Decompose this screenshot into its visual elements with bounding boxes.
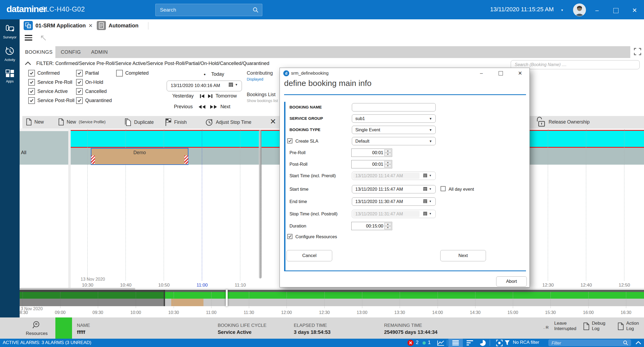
fast-backward-icon[interactable] xyxy=(198,104,206,109)
action-log-button[interactable]: Action Log xyxy=(626,321,639,331)
adjust-stop-time-button[interactable]: Adjust Stop Time xyxy=(205,118,251,126)
collapse-chevron-icon[interactable] xyxy=(25,61,31,65)
tab-automation[interactable]: Automation xyxy=(97,21,138,30)
spin-up-icon[interactable]: ▲ xyxy=(384,149,391,153)
yesterday-button[interactable]: Yesterday xyxy=(172,93,194,99)
create-sla-checkbox[interactable] xyxy=(287,138,292,143)
tick-mark xyxy=(240,129,241,131)
dialog-maximize-button[interactable] xyxy=(497,71,505,77)
hamburger-menu[interactable] xyxy=(25,35,32,42)
filter-checkbox[interactable]: Service Pre-Roll xyxy=(28,78,74,87)
filter-checkbox[interactable]: Confirmed xyxy=(28,68,74,78)
leave-interrupted-button[interactable]: Leave Interrupted xyxy=(554,321,576,331)
start-time-input[interactable]: 13/11/2020 11:15:47 AM ▼ xyxy=(352,185,436,193)
new-button[interactable]: New xyxy=(26,118,44,126)
tab-srm-application[interactable]: 01-SRM Application ✕ xyxy=(24,21,93,30)
sidebar-item-surveyor[interactable]: Surveyor xyxy=(0,25,20,39)
booking-name-input[interactable] xyxy=(352,103,436,111)
sidebar-item-activity[interactable]: Activity xyxy=(0,47,20,62)
horizontal-scrollbar[interactable] xyxy=(20,288,644,290)
alarm-pie-view-icon[interactable] xyxy=(480,340,486,346)
datetime-dropdown-caret[interactable]: ▾ xyxy=(561,8,563,12)
calendar-icon[interactable]: ▼ xyxy=(228,82,238,87)
filter-checkbox[interactable]: On-Hold xyxy=(76,78,112,87)
tomorrow-button[interactable]: Tomorrow xyxy=(216,93,237,99)
scrollbar-thumb[interactable] xyxy=(20,288,135,290)
spin-up-icon[interactable]: ▲ xyxy=(384,161,391,164)
filter-checkbox[interactable]: Partial xyxy=(76,68,112,78)
window-minimize-button[interactable]: – xyxy=(593,7,601,14)
focus-icon[interactable] xyxy=(496,340,503,346)
rca-funnel-icon[interactable] xyxy=(505,340,510,346)
overview-viewport-window[interactable] xyxy=(20,290,165,306)
window-maximize-button[interactable] xyxy=(612,8,620,15)
upper-axis-date: 13 Nov 2020 xyxy=(81,277,105,282)
end-time-input[interactable]: 13/11/2020 11:30:47 AM ▼ xyxy=(352,197,436,206)
global-search-box[interactable] xyxy=(155,4,262,16)
next-button[interactable]: Next xyxy=(220,104,230,110)
alarm-bar: ACTIVE ALARMS: 3 ALARMS (3 UNREAD) 2 1 N… xyxy=(0,339,644,347)
spin-down-icon[interactable]: ▼ xyxy=(384,153,391,156)
displayed-link[interactable]: Displayed xyxy=(247,77,278,81)
fullscreen-icon[interactable] xyxy=(634,48,641,55)
menu-bookings[interactable]: BOOKINGS xyxy=(22,46,55,58)
release-ownership-button[interactable]: Release Ownership xyxy=(536,117,590,127)
booking-search-input[interactable] xyxy=(514,60,636,69)
tab-close-icon[interactable]: ✕ xyxy=(88,23,93,29)
all-day-checkbox[interactable] xyxy=(441,186,446,191)
alarm-filter-input[interactable] xyxy=(551,339,622,347)
skip-forward-icon[interactable] xyxy=(207,94,213,99)
collapse-alarm-chevron-icon[interactable] xyxy=(635,341,641,345)
back-arrow-icon[interactable] xyxy=(39,34,47,41)
menu-admin[interactable]: ADMIN xyxy=(91,46,108,58)
today-label[interactable]: Today xyxy=(211,71,224,77)
pre-roll-spinner[interactable]: 00:01 ▲▼ xyxy=(351,149,392,157)
previous-button[interactable]: Previous xyxy=(174,104,193,110)
spin-down-icon[interactable]: ▼ xyxy=(384,226,391,229)
alarm-list-view-button[interactable] xyxy=(448,339,463,347)
footer-rule xyxy=(284,270,526,271)
fast-forward-icon[interactable] xyxy=(210,104,218,109)
service-group-select[interactable]: sub1▼ xyxy=(352,114,436,123)
cancel-button[interactable]: Cancel xyxy=(287,250,332,261)
configure-resources-checkbox[interactable] xyxy=(287,234,292,239)
spin-down-icon[interactable]: ▼ xyxy=(384,164,391,168)
create-sla-select[interactable]: Default▼ xyxy=(352,137,436,145)
window-close-button[interactable]: ✕ xyxy=(631,7,639,14)
debug-log-button[interactable]: Debug Log xyxy=(592,321,605,331)
new-service-profile-button[interactable]: New (Service Profile) xyxy=(58,118,106,126)
filter-checkbox[interactable]: Quarantined xyxy=(76,96,112,105)
booking-search-box[interactable] xyxy=(511,60,640,69)
timeline-row-label: All xyxy=(21,150,26,156)
booking-type-select[interactable]: Single Event▼ xyxy=(352,126,436,134)
calendar-icon[interactable]: ▼ xyxy=(423,187,432,191)
abort-button[interactable]: Abort xyxy=(496,276,527,287)
duplicate-button[interactable]: Duplicate xyxy=(124,118,154,126)
cancel-booking-icon[interactable]: ✕ xyxy=(270,117,276,126)
user-avatar[interactable] xyxy=(573,3,586,16)
finish-button[interactable]: Finish xyxy=(165,118,187,126)
sidebar-item-apps[interactable]: Apps xyxy=(0,69,20,83)
resources-button[interactable]: Resources xyxy=(26,321,48,336)
stop-incl-input: 13/11/2020 11:31:47 AM ▼ xyxy=(352,210,436,218)
calendar-icon[interactable]: ▼ xyxy=(423,199,432,203)
trend-icon[interactable] xyxy=(437,340,445,346)
menu-config[interactable]: CONFIG xyxy=(61,46,81,58)
global-search-input[interactable] xyxy=(159,4,249,16)
duration-spinner[interactable]: 00:15:00 ▲▼ xyxy=(351,222,392,230)
alarm-filter-box[interactable] xyxy=(548,339,631,346)
date-picker[interactable]: 13/11/2020 10:40:16 AM ▼ xyxy=(167,81,242,91)
booking-block-demo[interactable]: Demo xyxy=(91,148,188,165)
spin-up-icon[interactable]: ▲ xyxy=(384,223,391,226)
filter-checkbox[interactable]: Cancelled xyxy=(76,87,112,96)
bookings-list-label[interactable]: Bookings List xyxy=(247,92,278,97)
post-roll-spinner[interactable]: 00:01 ▲▼ xyxy=(351,160,392,168)
alarm-bars-view-icon[interactable] xyxy=(467,340,473,345)
next-button[interactable]: Next xyxy=(440,250,486,261)
filter-checkbox[interactable]: Service Active xyxy=(28,87,74,96)
filter-checkbox[interactable]: Service Post-Roll xyxy=(28,96,74,105)
dialog-minimize-button[interactable]: – xyxy=(477,70,485,76)
dialog-close-button[interactable]: ✕ xyxy=(516,70,524,76)
skip-back-icon[interactable] xyxy=(199,94,205,99)
filter-checkbox[interactable]: Completed xyxy=(116,68,149,78)
